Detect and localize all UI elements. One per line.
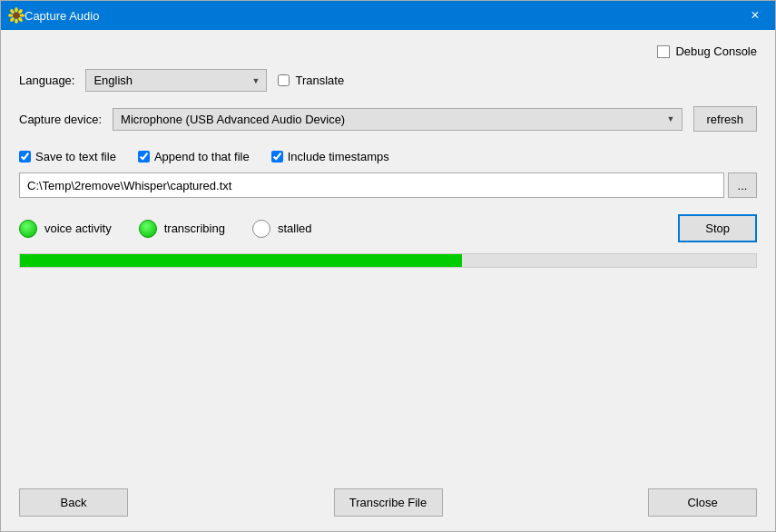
transcribing-group: transcribing <box>139 220 225 238</box>
debug-console-label: Debug Console <box>675 44 757 58</box>
save-to-text-file-checkbox[interactable] <box>19 151 31 163</box>
include-timestamps-group: Include timestamps <box>271 150 389 163</box>
checkboxes-row: Save to text file Append to that file In… <box>19 150 757 163</box>
voice-activity-group: voice activity <box>19 220 112 238</box>
svg-point-3 <box>8 14 13 17</box>
status-row: voice activity transcribing stalled Stop <box>19 214 757 242</box>
back-button[interactable]: Back <box>19 488 128 517</box>
browse-button[interactable]: ... <box>728 172 757 198</box>
language-select[interactable]: English Spanish French German <box>85 69 267 92</box>
append-to-file-group: Append to that file <box>138 150 250 163</box>
translate-group: Translate <box>278 74 344 87</box>
title-bar: Capture Audio × <box>1 1 775 30</box>
stop-button[interactable]: Stop <box>678 214 757 242</box>
include-timestamps-label: Include timestamps <box>288 150 389 163</box>
transcribe-file-button[interactable]: Transcribe File <box>334 488 443 517</box>
progress-bar-track <box>19 253 757 268</box>
window-content: Debug Console Language: English Spanish … <box>1 30 775 531</box>
stalled-indicator <box>252 220 270 238</box>
translate-checkbox[interactable] <box>278 74 290 86</box>
save-to-text-file-group: Save to text file <box>19 150 116 163</box>
append-to-file-checkbox[interactable] <box>138 151 150 163</box>
debug-console-group: Debug Console <box>657 44 757 58</box>
stalled-group: stalled <box>252 220 312 238</box>
progress-row <box>19 253 757 268</box>
close-window-button[interactable]: × <box>742 3 768 28</box>
capture-device-select-wrapper: Microphone (USB Advanced Audio Device) D… <box>113 108 682 131</box>
progress-bar-fill <box>20 254 462 267</box>
voice-activity-label: voice activity <box>44 222 112 235</box>
append-to-file-label: Append to that file <box>154 150 250 163</box>
include-timestamps-checkbox[interactable] <box>271 151 283 163</box>
capture-device-row: Capture device: Microphone (USB Advanced… <box>19 106 757 132</box>
filepath-input[interactable] <box>19 172 724 198</box>
language-row: Language: English Spanish French German … <box>19 69 757 92</box>
svg-point-1 <box>15 7 18 12</box>
window-title: Capture Audio <box>25 9 742 23</box>
transcribing-label: transcribing <box>164 222 225 235</box>
app-icon <box>8 7 25 24</box>
refresh-button[interactable]: refresh <box>693 106 757 132</box>
close-button[interactable]: Close <box>648 488 757 517</box>
save-to-text-file-label: Save to text file <box>35 150 116 163</box>
stalled-label: stalled <box>278 222 312 235</box>
language-select-wrapper: English Spanish French German <box>85 69 267 92</box>
voice-activity-indicator <box>19 220 37 238</box>
language-label: Language: <box>19 74 74 87</box>
capture-device-select[interactable]: Microphone (USB Advanced Audio Device) D… <box>113 108 682 131</box>
debug-row: Debug Console <box>19 44 757 58</box>
filepath-row: ... <box>19 172 757 198</box>
bottom-buttons: Back Transcribe File Close <box>19 481 757 517</box>
transcribing-indicator <box>139 220 157 238</box>
debug-console-checkbox[interactable] <box>657 45 670 58</box>
translate-label: Translate <box>295 74 344 87</box>
main-window: Capture Audio × Debug Console Language: … <box>0 0 776 532</box>
capture-device-label: Capture device: <box>19 113 102 126</box>
svg-point-2 <box>15 19 18 24</box>
svg-point-0 <box>13 12 19 18</box>
